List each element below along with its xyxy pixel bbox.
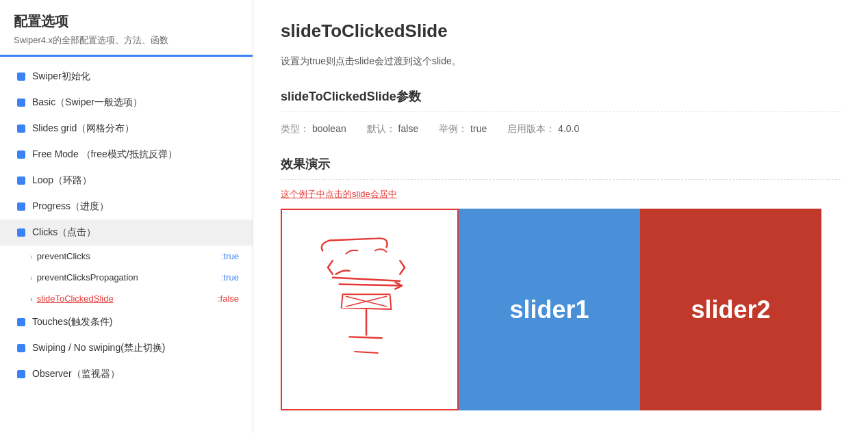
sidebar-header: 配置选项 Swiper4.x的全部配置选项、方法、函数 — [0, 0, 253, 57]
demo-link[interactable]: 这个例子中点击的slide会居中 — [281, 188, 841, 200]
sub-item-label: preventClicksPropagation — [37, 272, 221, 283]
sidebar-item-basic[interactable]: Basic（Swiper一般选项） — [0, 90, 253, 116]
bullet-icon — [16, 227, 27, 238]
sidebar-item-label: Slides grid（网格分布） — [32, 122, 134, 135]
param-default: 默认： false — [367, 123, 418, 135]
sidebar-item-free-mode[interactable]: Free Mode （free模式/抵抗反弹） — [0, 142, 253, 168]
sub-item-value: :false — [218, 293, 239, 304]
effect-section: 效果演示 这个例子中点击的slide会居中 — [281, 156, 841, 410]
params-section-title: slideToClickedSlide参数 — [281, 88, 841, 112]
effect-title: 效果演示 — [281, 156, 841, 180]
sub-item-label: preventClicks — [37, 251, 221, 261]
sidebar-item-label: Swiping / No swiping(禁止切换) — [32, 342, 166, 354]
param-type: 类型： boolean — [281, 123, 346, 135]
sidebar-item-observer[interactable]: Observer（监视器） — [0, 361, 253, 387]
sketch-area — [281, 209, 459, 410]
slide-blue[interactable]: slider1 — [459, 209, 640, 410]
sidebar-item-swiper-init[interactable]: Swiper初始化 — [0, 64, 253, 90]
sketch-svg — [282, 210, 457, 409]
param-default-value: false — [398, 123, 419, 134]
param-version: 启用版本： 4.0.0 — [507, 123, 579, 135]
sidebar-item-slides-grid[interactable]: Slides grid（网格分布） — [0, 116, 253, 142]
main-content: slideToClickedSlide 设置为true则点击slide会过渡到这… — [253, 0, 868, 433]
bullet-icon — [16, 343, 27, 354]
bullet-icon — [16, 123, 27, 134]
sidebar-nav: Swiper初始化 Basic（Swiper一般选项） Slides grid（… — [0, 57, 253, 394]
sidebar-item-label: Basic（Swiper一般选项） — [32, 96, 142, 109]
param-example-value: true — [470, 123, 487, 134]
sidebar-item-loop[interactable]: Loop（环路） — [0, 168, 253, 194]
params-row: 类型： boolean 默认： false 举例： true 启用版本： 4.0… — [281, 123, 841, 135]
bullet-icon — [16, 369, 27, 380]
bullet-icon — [16, 175, 27, 186]
sidebar: 配置选项 Swiper4.x的全部配置选项、方法、函数 Swiper初始化 Ba… — [0, 0, 253, 433]
sidebar-item-label: Clicks（点击） — [32, 226, 96, 239]
sub-items-clicks: › preventClicks :true › preventClicksPro… — [0, 246, 253, 309]
sub-item-value: :true — [221, 272, 239, 283]
sidebar-item-swiping[interactable]: Swiping / No swiping(禁止切换) — [0, 335, 253, 361]
sidebar-item-label: Loop（环路） — [32, 174, 92, 187]
sidebar-item-touches[interactable]: Touches(触发条件) — [0, 309, 253, 335]
sub-arrow-icon: › — [30, 274, 33, 282]
sub-arrow-icon: › — [30, 252, 33, 261]
param-default-label: 默认： — [367, 123, 396, 134]
sidebar-item-progress[interactable]: Progress（进度） — [0, 194, 253, 220]
sidebar-item-label: Free Mode （free模式/抵抗反弹） — [32, 148, 177, 161]
sub-item-label: slideToClickedSlide — [37, 293, 218, 304]
param-type-label: 类型： — [281, 123, 309, 134]
sidebar-item-label: Touches(触发条件) — [32, 316, 112, 328]
sub-item-value: :true — [221, 251, 239, 261]
sidebar-subtitle: Swiper4.x的全部配置选项、方法、函数 — [14, 34, 239, 47]
param-version-label: 启用版本： — [507, 123, 555, 134]
bullet-icon — [16, 97, 27, 108]
sub-arrow-icon: › — [30, 295, 33, 303]
sidebar-item-label: Observer（监视器） — [32, 368, 120, 380]
slide-red[interactable]: slider2 — [640, 209, 821, 410]
sidebar-item-label: Progress（进度） — [32, 200, 109, 213]
bullet-icon — [16, 71, 27, 82]
sub-item-preventClicks[interactable]: › preventClicks :true — [0, 246, 253, 267]
slider-container[interactable]: slider1 slider2 — [459, 209, 821, 410]
param-example: 举例： true — [439, 123, 487, 135]
sidebar-title: 配置选项 — [14, 12, 239, 31]
description: 设置为true则点击slide会过渡到这个slide。 — [281, 55, 841, 68]
sub-item-preventClicksPropagation[interactable]: › preventClicksPropagation :true — [0, 267, 253, 288]
param-example-label: 举例： — [439, 123, 468, 134]
bullet-icon — [16, 149, 27, 160]
bullet-icon — [16, 201, 27, 212]
sidebar-item-clicks[interactable]: Clicks（点击） — [0, 220, 253, 246]
param-type-value: boolean — [312, 123, 346, 134]
sidebar-item-label: Swiper初始化 — [32, 70, 90, 83]
page-title: slideToClickedSlide — [281, 21, 841, 42]
param-version-value: 4.0.0 — [558, 123, 579, 134]
bullet-icon — [16, 317, 27, 328]
sub-item-slideToClickedSlide[interactable]: › slideToClickedSlide :false — [0, 288, 253, 309]
demo-area: slider1 slider2 — [281, 209, 821, 410]
